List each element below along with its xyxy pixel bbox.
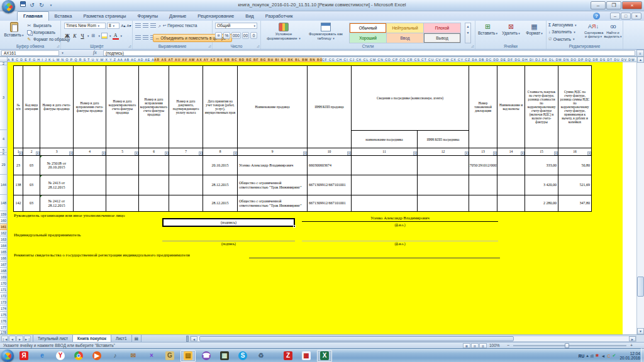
horizontal-scrollbar[interactable]: ◄ ► — [190, 336, 636, 342]
italic-button[interactable]: К — [72, 33, 78, 40]
row-header-4[interactable]: 4 — [0, 130, 8, 148]
row-header-171[interactable]: 171 — [0, 287, 8, 293]
cell-r3c4[interactable] — [74, 195, 106, 212]
restore-button[interactable]: ❐ — [606, 1, 621, 9]
cell-r3c13[interactable] — [469, 195, 497, 212]
row-header-174[interactable]: 174 — [0, 305, 8, 312]
workbook-restore-button[interactable]: □ — [621, 13, 631, 19]
row-header-164[interactable]: 164 — [0, 243, 8, 249]
autosum-button[interactable]: ΣАвтосумма▾ — [548, 23, 577, 27]
cell-r3c11[interactable] — [352, 195, 418, 212]
row-header-29[interactable]: 29 — [0, 155, 8, 175]
cell-r3c5[interactable] — [106, 195, 139, 212]
cell-style-Плохой[interactable]: Плохой — [424, 23, 460, 33]
cell-r3c9[interactable]: Общество с ограниченной ответственностью… — [238, 195, 308, 212]
font-color-button[interactable]: А — [113, 33, 119, 40]
cell-r2c6[interactable] — [139, 175, 169, 195]
taskbar-icon-explorer[interactable]: ▤ — [180, 350, 196, 362]
taskbar-icon-skype[interactable]: S — [235, 350, 250, 362]
row-header-162[interactable]: 162 — [0, 230, 8, 236]
taskbar-icon-viber[interactable]: ☎ — [199, 350, 214, 362]
cell-r2c11[interactable] — [352, 175, 418, 195]
next-sheet-button[interactable]: ► — [16, 336, 23, 342]
taskbar-icon-yandex[interactable]: Я — [16, 350, 31, 362]
1c-icon[interactable]: C — [608, 354, 611, 358]
row-header-144[interactable]: 144 — [0, 175, 8, 195]
antivirus-icon[interactable]: ✱ — [596, 353, 599, 358]
fill-color-button[interactable] — [101, 33, 108, 39]
ribbon-tab-Разработчик[interactable]: Разработчик — [260, 11, 299, 21]
insert-cells-button[interactable]: ⊞ Вставить▾ — [477, 22, 499, 43]
cell-r2c14[interactable] — [497, 175, 525, 195]
workbook-close-button[interactable]: × — [631, 13, 641, 19]
scroll-down-icon[interactable]: ▼ — [637, 328, 644, 334]
column-headers-right[interactable]: CF CG CH CI CJ CK CL CM CN CO CP CQ CR C… — [322, 57, 636, 62]
zoom-level[interactable]: 100% — [489, 343, 500, 348]
cell-style-Нейтральный[interactable]: Нейтральный — [387, 23, 423, 33]
cell-r1c11[interactable] — [352, 156, 418, 175]
cell-style-Ввод[interactable]: Ввод — [387, 33, 423, 43]
zoom-slider-thumb[interactable] — [565, 343, 569, 348]
cell-r1c4[interactable] — [74, 156, 106, 175]
sheet-canvas-right[interactable] — [623, 62, 636, 334]
ribbon-tab-Формулы[interactable]: Формулы — [131, 11, 164, 21]
row-header-148[interactable]: 148 — [0, 195, 8, 211]
alignment-dialog-launcher-icon[interactable]: ◿ — [208, 45, 211, 48]
scroll-left-icon[interactable]: ◄ — [191, 336, 197, 341]
minimize-button[interactable]: – — [591, 1, 606, 9]
delete-cells-button[interactable]: ⊠ Удалить▾ — [500, 22, 522, 43]
cell-r2c2[interactable]: 03 — [23, 175, 40, 195]
workbook-minimize-button[interactable]: – — [610, 13, 620, 19]
taskbar-icon-purple-x-app[interactable]: × — [144, 350, 159, 362]
page-break-button[interactable]: ▥ — [479, 343, 487, 348]
cell-r3c1[interactable]: 142 — [14, 195, 23, 212]
help-button[interactable]: ? — [593, 13, 600, 19]
horizontal-scroll-thumb[interactable] — [199, 336, 514, 341]
gallery-scroll[interactable]: ▲▼ — [465, 23, 471, 43]
autofilter-button[interactable]: ▾ — [493, 151, 497, 155]
font-dialog-launcher-icon[interactable]: ◿ — [128, 45, 131, 48]
cell-r1c13[interactable]: 10117050/291012/0003801 — [469, 156, 497, 175]
cell-r1c14[interactable] — [497, 156, 525, 175]
cell-r1c6[interactable] — [139, 156, 169, 175]
page-layout-button[interactable]: ▤ — [471, 343, 479, 348]
cell-r1c8[interactable]: 20.10.2015 — [203, 156, 238, 175]
hidden-icons-button[interactable]: ▴ — [586, 353, 589, 358]
cell-r2c7[interactable] — [169, 175, 203, 195]
number-dialog-launcher-icon[interactable]: ◿ — [257, 45, 259, 48]
ribbon-tab-Главная[interactable]: Главная — [17, 11, 49, 21]
cell-r1c5[interactable] — [106, 156, 139, 175]
taskbar-icon-game-app[interactable]: ▦ — [217, 350, 232, 362]
row-header-175[interactable]: 175 — [0, 312, 8, 318]
cell-r2c8[interactable]: 28.12.2015 — [203, 175, 238, 195]
autofilter-button[interactable]: ▾ — [347, 151, 351, 155]
row-header-169[interactable]: 169 — [0, 274, 8, 280]
autofilter-button[interactable]: ▾ — [465, 151, 469, 155]
row-header-168[interactable]: 168 — [0, 268, 8, 274]
taskbar-icon-volume-mixer[interactable]: ♪ — [108, 350, 123, 362]
autofilter-button[interactable]: ▾ — [36, 151, 40, 155]
paste-button[interactable]: Вставить▾ — [3, 22, 25, 43]
ribbon-tab-Вставка[interactable]: Вставка — [49, 11, 78, 21]
autofilter-button[interactable]: ▾ — [303, 151, 307, 155]
shrink-font-button[interactable]: А▾ — [126, 23, 131, 29]
styles-dialog-launcher-icon[interactable]: ◿ — [471, 45, 474, 48]
row-header-173[interactable]: 173 — [0, 299, 8, 305]
zoom-in-button[interactable]: + — [630, 343, 633, 348]
cell-r2c3[interactable]: № 2413 от 28.12.2015 — [40, 175, 74, 195]
taskbar-icon-media-player[interactable]: ▶ — [89, 350, 104, 362]
cell-r2c4[interactable] — [74, 175, 106, 195]
conditional-formatting-button[interactable]: Условное форматирование ▾ — [264, 22, 304, 43]
insert-function-button[interactable]: fx — [93, 50, 97, 55]
taskbar-icon-folder-g[interactable]: G — [162, 350, 177, 362]
column-headers-left[interactable]: A B C D E F G H I J K L M N O P Q R S T … — [8, 57, 154, 62]
row-header-160[interactable]: 160 — [0, 217, 8, 224]
row-header-167[interactable]: 167 — [0, 261, 8, 268]
autofilter-button[interactable]: ▾ — [199, 151, 203, 155]
autofilter-button[interactable]: ▾ — [233, 151, 237, 155]
selected-cell[interactable]: (подпись) — [162, 218, 295, 227]
row-header-176[interactable]: 176 — [0, 318, 8, 324]
cell-r3c10[interactable]: 6671309912/667101001 — [308, 195, 352, 212]
prev-sheet-button[interactable]: ◄ — [9, 336, 16, 342]
sort-filter-button[interactable]: АЯ↓ Сортировка и фильтр▾ — [584, 22, 602, 43]
